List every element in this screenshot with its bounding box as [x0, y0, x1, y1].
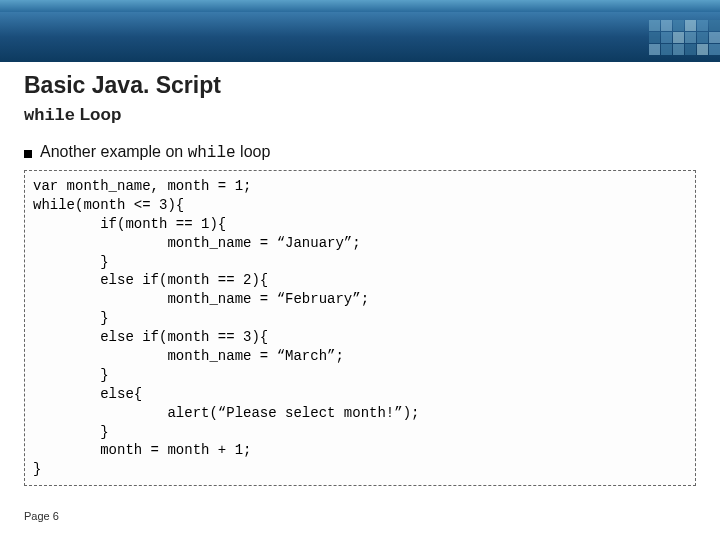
page-number: Page 6	[24, 510, 59, 522]
slide-subtitle: while Loop	[24, 105, 696, 125]
subtitle-rest: Loop	[75, 105, 121, 124]
top-gradient-bar	[0, 0, 720, 12]
slide-title: Basic Java. Script	[24, 72, 696, 99]
banner	[0, 12, 720, 62]
subtitle-keyword: while	[24, 106, 75, 125]
bullet-pre: Another example on	[40, 143, 188, 160]
bullet-item: Another example on while loop	[24, 143, 696, 162]
code-block: var month_name, month = 1; while(month <…	[24, 170, 696, 486]
bullet-icon	[24, 150, 32, 158]
bullet-mono: while	[188, 144, 236, 162]
banner-decoration	[649, 20, 720, 55]
bullet-text: Another example on while loop	[40, 143, 270, 162]
bullet-post: loop	[236, 143, 271, 160]
slide-content: Basic Java. Script while Loop Another ex…	[0, 62, 720, 486]
